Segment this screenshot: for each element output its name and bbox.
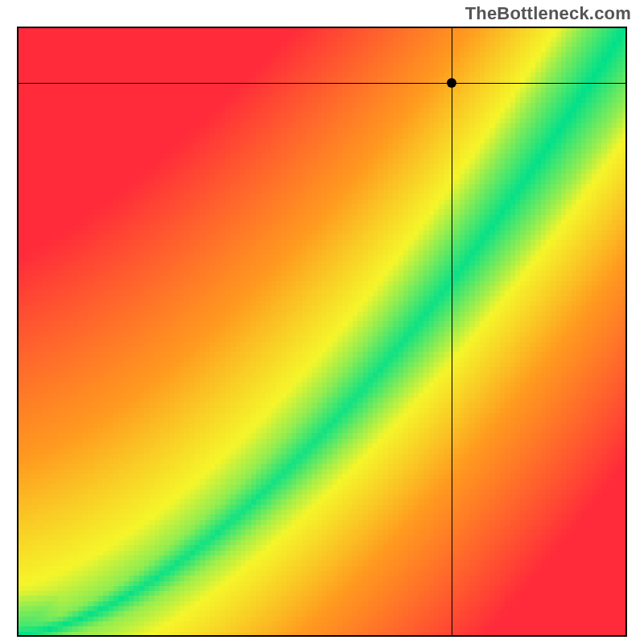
watermark-text: TheBottleneck.com — [465, 3, 631, 24]
heatmap-canvas — [17, 27, 627, 637]
crosshair-vertical — [452, 27, 452, 637]
plot-area — [17, 27, 627, 637]
crosshair-horizontal — [17, 83, 627, 84]
selection-marker-icon — [447, 78, 456, 88]
